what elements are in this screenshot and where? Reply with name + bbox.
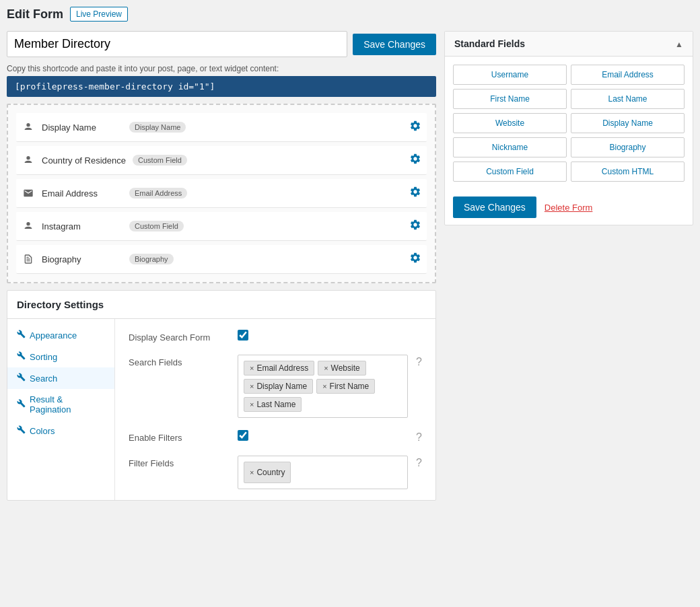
setting-label-search-fields: Search Fields xyxy=(129,355,230,367)
enable-filters-checkbox[interactable] xyxy=(238,430,248,441)
search-field-tag: ×Display Name xyxy=(244,379,313,394)
sidebar-item-appearance[interactable]: Appearance xyxy=(7,324,114,346)
remove-tag-button[interactable]: × xyxy=(250,400,254,408)
gear-icon[interactable] xyxy=(409,219,421,234)
field-row: Country of Residence Custom Field xyxy=(16,146,427,175)
form-name-row: Save Changes xyxy=(7,31,436,57)
wrench-icon xyxy=(17,373,26,384)
tag-label: Display Name xyxy=(256,382,307,391)
directory-settings-body: Appearance Sorting Search Result & Pagin… xyxy=(7,319,435,500)
search-field-tag: ×Website xyxy=(318,361,366,376)
remove-tag-button[interactable]: × xyxy=(250,382,254,390)
field-tag: Display Name xyxy=(129,122,186,133)
sidebar-item-search[interactable]: Search xyxy=(7,367,114,389)
gear-icon[interactable] xyxy=(409,252,421,266)
setting-row-display-search: Display Search Form xyxy=(129,330,422,343)
delete-form-button[interactable]: Delete Form xyxy=(545,203,593,213)
live-preview-button[interactable]: Live Preview xyxy=(70,7,128,22)
svg-point-0 xyxy=(26,123,30,127)
directory-settings-content: Display Search Form Search Fields xyxy=(115,319,435,500)
field-icon-email xyxy=(22,186,35,200)
field-tag: Email Address xyxy=(129,188,187,199)
setting-value-filter-fields: ×Country xyxy=(238,456,408,489)
wrench-icon xyxy=(17,330,26,341)
setting-label-enable-filters: Enable Filters xyxy=(129,430,230,443)
directory-settings: Directory Settings Appearance Sorting Se… xyxy=(7,290,436,501)
standard-field-button[interactable]: Nickname xyxy=(453,137,567,157)
field-icon-person xyxy=(22,153,35,167)
field-label: Email Address xyxy=(42,188,123,199)
search-field-tag: ×Last Name xyxy=(244,397,302,412)
standard-field-button[interactable]: First Name xyxy=(453,89,567,109)
field-label: Display Name xyxy=(42,122,123,133)
field-icon-person xyxy=(22,219,35,233)
filter-field-tag: ×Country xyxy=(244,462,291,483)
remove-tag-button[interactable]: × xyxy=(324,364,328,372)
sidebar-item-label: Result & Pagination xyxy=(30,394,105,415)
wrench-icon xyxy=(17,351,26,362)
setting-value-search-fields: ×Email Address×Website×Display Name×Firs… xyxy=(238,355,408,418)
right-column: Standard Fields UsernameEmail AddressFir… xyxy=(444,31,693,225)
remove-tag-button[interactable]: × xyxy=(250,364,254,372)
setting-label-display-search: Display Search Form xyxy=(129,330,230,343)
svg-point-2 xyxy=(26,222,30,225)
standard-field-button[interactable]: Email Address xyxy=(571,65,685,85)
setting-row-filter-fields: Filter Fields ×Country ? xyxy=(129,456,422,489)
page-header: Edit Form Live Preview xyxy=(7,7,693,22)
shortcode-hint: Copy this shortcode and paste it into yo… xyxy=(7,64,436,73)
remove-tag-button[interactable]: × xyxy=(250,468,254,476)
filter-fields-help[interactable]: ? xyxy=(416,456,422,469)
gear-icon[interactable] xyxy=(409,120,421,135)
save-changes-button-top[interactable]: Save Changes xyxy=(353,34,436,55)
gear-icon[interactable] xyxy=(409,153,421,168)
display-search-form-checkbox[interactable] xyxy=(238,330,248,341)
wrench-icon xyxy=(17,425,26,436)
tag-label: First Name xyxy=(330,382,370,391)
standard-field-button[interactable]: Last Name xyxy=(571,89,685,109)
standard-fields-footer: Save Changes Delete Form xyxy=(445,190,693,225)
sidebar-item-label: Search xyxy=(30,373,57,384)
svg-point-1 xyxy=(26,156,30,159)
page-title: Edit Form xyxy=(7,7,63,22)
standard-field-button[interactable]: Biography xyxy=(571,137,685,157)
form-name-input[interactable] xyxy=(7,31,347,57)
field-icon-person xyxy=(22,120,35,134)
field-tag: Biography xyxy=(129,254,174,264)
wrench-icon xyxy=(17,399,26,410)
search-fields-help[interactable]: ? xyxy=(416,355,422,368)
sidebar-item-result-pagination[interactable]: Result & Pagination xyxy=(7,389,114,420)
search-field-tag: ×Email Address xyxy=(244,361,314,376)
sidebar-item-colors[interactable]: Colors xyxy=(7,420,114,441)
field-label: Instagram xyxy=(42,221,123,231)
sidebar-item-label: Sorting xyxy=(30,352,57,362)
field-row: Instagram Custom Field xyxy=(16,212,427,241)
shortcode-section: Copy this shortcode and paste it into yo… xyxy=(7,64,436,97)
remove-tag-button[interactable]: × xyxy=(322,382,326,390)
standard-fields-panel-header: Standard Fields xyxy=(445,32,693,57)
shortcode-box[interactable]: [profilepress-member-directory id="1"] xyxy=(7,76,436,97)
gear-icon[interactable] xyxy=(409,186,421,201)
fields-area: Display Name Display Name Country of Res… xyxy=(7,104,436,283)
setting-value-enable-filters xyxy=(238,430,408,443)
setting-row-search-fields: Search Fields ×Email Address×Website×Dis… xyxy=(129,355,422,418)
standard-field-button[interactable]: Username xyxy=(453,65,567,85)
tag-label: Country xyxy=(256,468,285,477)
standard-fields-panel: Standard Fields UsernameEmail AddressFir… xyxy=(444,31,693,225)
search-field-tag: ×First Name xyxy=(316,379,375,394)
save-changes-button-panel[interactable]: Save Changes xyxy=(453,197,536,218)
sidebar-item-sorting[interactable]: Sorting xyxy=(7,346,114,367)
standard-field-button[interactable]: Website xyxy=(453,113,567,133)
standard-field-button[interactable]: Display Name xyxy=(571,113,685,133)
directory-settings-title: Directory Settings xyxy=(7,291,435,319)
field-tag: Custom Field xyxy=(133,155,187,166)
enable-filters-help[interactable]: ? xyxy=(416,430,422,443)
filter-fields-tags[interactable]: ×Country xyxy=(238,456,408,489)
field-row: Biography Biography xyxy=(16,245,427,274)
standard-field-button[interactable]: Custom HTML xyxy=(571,162,685,182)
search-fields-tags[interactable]: ×Email Address×Website×Display Name×Firs… xyxy=(238,355,408,418)
collapse-icon[interactable] xyxy=(675,39,683,49)
field-row: Email Address Email Address xyxy=(16,179,427,208)
standard-field-button[interactable]: Custom Field xyxy=(453,162,567,182)
field-label: Country of Residence xyxy=(42,155,126,166)
sidebar-item-label: Appearance xyxy=(30,330,77,341)
